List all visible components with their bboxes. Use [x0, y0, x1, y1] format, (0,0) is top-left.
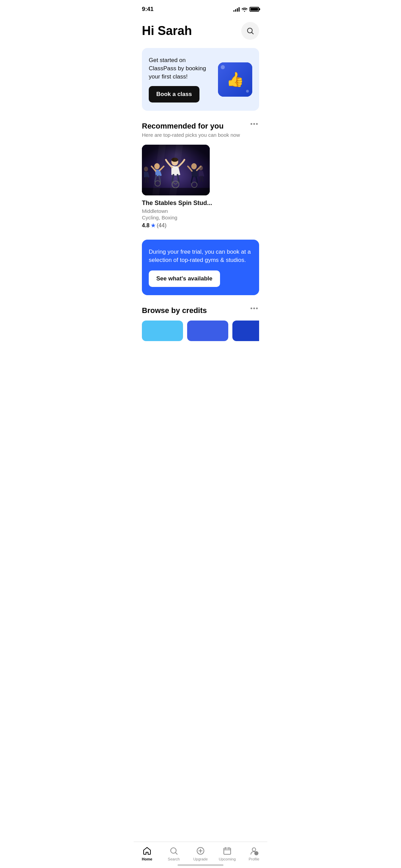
status-bar: 9:41 [134, 0, 267, 16]
banner-text: Get started on ClassPass by booking your… [149, 56, 212, 81]
studio-categories: Cycling, Boxing [142, 215, 259, 220]
wifi-icon [242, 7, 247, 12]
star-icon: ★ [151, 222, 155, 229]
spin-class-photo [142, 145, 210, 195]
banner-image: 👍 [218, 62, 252, 97]
thumbs-up-icon: 👍 [226, 71, 244, 88]
see-available-button[interactable]: See what's available [149, 270, 220, 287]
browse-more-button[interactable] [249, 306, 259, 311]
more-dot-1 [251, 123, 252, 125]
svg-point-12 [144, 167, 148, 171]
browse-dot-3 [256, 308, 258, 309]
credit-card-3[interactable] [232, 321, 259, 341]
browse-dot-2 [253, 308, 255, 309]
credit-card-2[interactable] [187, 321, 228, 341]
status-icons [233, 7, 259, 12]
cycling-class-illustration [142, 145, 210, 195]
studio-card[interactable]: The Stables Spin Stud... Middletown Cycl… [142, 145, 259, 229]
signal-icon [233, 7, 240, 12]
search-icon [246, 27, 254, 35]
recommended-more-button[interactable] [249, 122, 259, 126]
browse-section-header: Browse by credits [142, 306, 259, 315]
more-dot-3 [256, 123, 258, 125]
onboarding-banner: Get started on ClassPass by booking your… [142, 48, 259, 111]
thumbs-up-illustration: 👍 [218, 62, 252, 97]
browse-title: Browse by credits [142, 306, 207, 315]
credits-cards-row [142, 321, 259, 344]
status-time: 9:41 [142, 6, 154, 13]
credit-card-1[interactable] [142, 321, 183, 341]
greeting-text: Hi Sarah [142, 24, 192, 38]
studio-image [142, 145, 210, 195]
banner-left: Get started on ClassPass by booking your… [149, 56, 212, 103]
more-dot-2 [253, 123, 255, 125]
recommended-subtitle: Here are top-rated picks you can book no… [142, 132, 259, 138]
promo-banner: During your free trial, you can book at … [142, 240, 259, 295]
review-count: (44) [157, 222, 166, 229]
header-row: Hi Sarah [142, 22, 259, 40]
battery-icon [250, 7, 259, 12]
rating-value: 4.8 [142, 222, 149, 229]
browse-section: Browse by credits [142, 306, 259, 344]
recommended-section-header: Recommended for you [142, 122, 259, 131]
book-class-button[interactable]: Book a class [149, 86, 199, 103]
search-button[interactable] [241, 22, 259, 40]
svg-point-10 [191, 163, 197, 169]
recommended-title: Recommended for you [142, 122, 223, 131]
svg-point-13 [199, 166, 203, 170]
browse-dot-1 [251, 308, 252, 309]
studio-location: Middletown [142, 208, 259, 214]
studio-name: The Stables Spin Stud... [142, 200, 259, 207]
promo-text: During your free trial, you can book at … [149, 248, 252, 264]
studio-rating: 4.8 ★ (44) [142, 222, 259, 229]
